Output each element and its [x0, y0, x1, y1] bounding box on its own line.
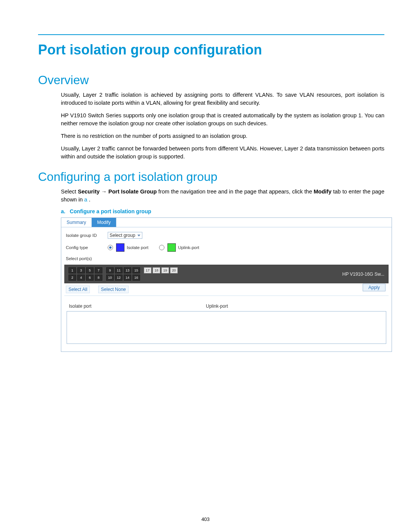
chevron-down-icon	[137, 235, 140, 236]
result-box: Isolate port Uplink-port	[67, 304, 386, 344]
top-rule	[38, 34, 384, 35]
uplink-swatch-icon	[167, 243, 176, 252]
result-header-uplink: Uplink-port	[206, 304, 228, 309]
port-row: 2468	[68, 275, 102, 281]
radio-dot-icon	[109, 246, 112, 249]
port-13[interactable]: 13	[124, 267, 131, 273]
switch-panel: 1357246891113151012141617181920 HP V1910…	[64, 265, 389, 283]
isolate-swatch-icon	[116, 243, 124, 252]
port-12[interactable]: 12	[115, 275, 123, 281]
port-groups: 1357246891113151012141617181920	[68, 267, 178, 281]
intro-mid: from the navigation tree and in the page…	[158, 189, 314, 195]
page-title: Port isolation group configuration	[38, 42, 384, 58]
select-group-value: Select group	[110, 233, 135, 238]
port-row: 1357	[68, 267, 102, 273]
tab-summary[interactable]: Summary	[61, 218, 92, 227]
page-number: 403	[0, 516, 411, 522]
port-6[interactable]: 6	[86, 275, 94, 281]
label-radio-isolate-port: Isolate port	[127, 245, 148, 250]
ui-body: Isolate group ID Select group Config typ…	[61, 227, 392, 351]
overview-para-2: HP V1910 Switch Series supports only one…	[61, 112, 384, 128]
radio-uplink-port[interactable]	[159, 245, 164, 250]
port-15[interactable]: 15	[132, 267, 140, 273]
port-5[interactable]: 5	[86, 267, 94, 273]
port-row: 10121416	[106, 275, 140, 281]
intro-bold-modify: Modify	[314, 189, 331, 195]
radio-isolate-port-wrap: Isolate port	[108, 243, 148, 252]
port-17[interactable]: 17	[144, 267, 151, 273]
tab-modify[interactable]: Modify	[92, 218, 116, 227]
port-3[interactable]: 3	[77, 267, 85, 273]
ui-tabs: Summary Modify	[61, 218, 392, 227]
port-11[interactable]: 11	[115, 267, 123, 273]
radio-uplink-port-wrap: Uplink-port	[159, 243, 199, 252]
port-group: 17181920	[144, 267, 178, 281]
button-row: Select All Select None Apply	[64, 283, 389, 296]
row-select-ports: Select port(s)	[64, 254, 389, 263]
port-1[interactable]: 1	[68, 267, 76, 273]
port-16[interactable]: 16	[132, 275, 140, 281]
intro-bold-port-isolate-group: Port Isolate Group	[108, 189, 157, 195]
select-group-dropdown[interactable]: Select group	[108, 232, 142, 239]
select-none-button[interactable]: Select None	[98, 286, 128, 293]
label-isolate-group-id: Isolate group ID	[66, 233, 108, 238]
port-4[interactable]: 4	[77, 275, 85, 281]
figure-label: a. Configure a port isolation group	[61, 208, 384, 214]
document-page: Port isolation group configuration Overv…	[0, 0, 411, 532]
section-heading-configuring: Configuring a port isolation group	[38, 170, 384, 184]
intro-end: .	[89, 197, 90, 203]
port-10[interactable]: 10	[106, 275, 114, 281]
select-all-button[interactable]: Select All	[66, 286, 90, 293]
port-20[interactable]: 20	[170, 267, 178, 273]
port-8[interactable]: 8	[95, 275, 102, 281]
label-radio-uplink-port: Uplink-port	[178, 245, 199, 250]
port-14[interactable]: 14	[124, 275, 131, 281]
result-headers: Isolate port Uplink-port	[67, 304, 386, 311]
device-name-label: HP V1910-16G Sw...	[342, 272, 384, 277]
row-config-type: Config type Isolate port Uplink-port	[64, 241, 389, 254]
result-area	[67, 311, 386, 344]
apply-button[interactable]: Apply	[363, 284, 386, 291]
radio-isolate-port[interactable]	[108, 245, 113, 250]
figure-label-text: Configure a port isolation group	[70, 208, 151, 214]
configuring-intro: Select Security → Port Isolate Group fro…	[61, 188, 384, 204]
label-select-ports: Select port(s)	[66, 256, 108, 261]
overview-para-3: There is no restriction on the number of…	[61, 132, 384, 140]
overview-para-4: Usually, Layer 2 traffic cannot be forwa…	[61, 145, 384, 161]
port-group: 13572468	[68, 267, 102, 281]
port-19[interactable]: 19	[161, 267, 169, 273]
intro-pre: Select	[61, 189, 78, 195]
label-config-type: Config type	[66, 245, 108, 250]
section-heading-overview: Overview	[38, 73, 384, 87]
figure-ref-a[interactable]: a	[84, 197, 87, 203]
figure-label-a: a.	[61, 208, 65, 214]
port-7[interactable]: 7	[95, 267, 102, 273]
port-9[interactable]: 9	[106, 267, 114, 273]
port-2[interactable]: 2	[68, 275, 76, 281]
intro-bold-security: Security	[78, 189, 100, 195]
overview-para-1: Usually, Layer 2 traffic isolation is ac…	[61, 91, 384, 107]
port-row: 9111315	[106, 267, 140, 273]
row-isolate-group-id: Isolate group ID Select group	[64, 230, 389, 241]
port-row: 17181920	[144, 267, 178, 273]
port-18[interactable]: 18	[153, 267, 160, 273]
breadcrumb-arrow-icon: →	[101, 189, 108, 195]
result-header-isolate: Isolate port	[69, 304, 206, 309]
ui-figure: Summary Modify Isolate group ID Select g…	[61, 217, 392, 352]
port-group: 911131510121416	[106, 267, 140, 281]
